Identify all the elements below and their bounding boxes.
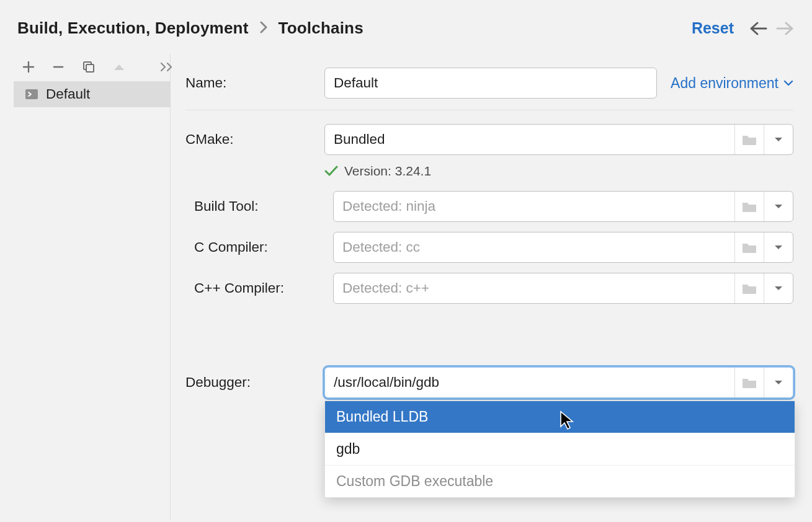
debugger-row: Debugger: /usr/local/bin/gdb Bundled LLD… — [185, 309, 793, 404]
name-row: Name: Default Add environment — [185, 64, 793, 110]
add-environment-label: Add environment — [671, 75, 779, 92]
breadcrumb: Build, Execution, Deployment Toolchains — [17, 19, 364, 38]
cmake-field[interactable]: Bundled — [324, 124, 793, 155]
build-tool-value: Detected: ninja — [334, 192, 734, 221]
breadcrumb-parent[interactable]: Build, Execution, Deployment — [17, 19, 249, 38]
cpp-compiler-label: C++ Compiler: — [185, 280, 324, 296]
toolchain-list: Default — [14, 81, 170, 107]
name-label: Name: — [185, 75, 316, 91]
c-compiler-label: C Compiler: — [185, 239, 324, 255]
debugger-option-gdb[interactable]: gdb — [325, 433, 795, 465]
browse-folder-icon[interactable] — [734, 232, 764, 262]
settings-header: Build, Execution, Deployment Toolchains … — [0, 0, 812, 54]
c-compiler-value: Detected: cc — [334, 232, 734, 262]
cpp-compiler-row: C++ Compiler: Detected: c++ — [185, 268, 793, 309]
dropdown-icon[interactable] — [764, 273, 793, 303]
dropdown-icon[interactable] — [764, 368, 793, 397]
c-compiler-row: C Compiler: Detected: cc — [185, 227, 793, 268]
toolchain-type-icon — [25, 87, 38, 101]
cmake-value: Bundled — [325, 125, 734, 154]
copy-toolchain-icon[interactable] — [82, 60, 96, 74]
dropdown-icon[interactable] — [764, 192, 793, 221]
debugger-option-bundled-lldb[interactable]: Bundled LLDB — [325, 401, 795, 433]
name-input[interactable]: Default — [324, 68, 657, 99]
cmake-row: CMake: Bundled — [185, 110, 793, 161]
breadcrumb-separator-icon — [260, 19, 267, 38]
move-up-icon — [113, 63, 125, 71]
chevron-down-icon — [783, 79, 793, 87]
remove-toolchain-icon[interactable] — [52, 61, 65, 73]
toolchain-detail-panel: Name: Default Add environment CMake: Bun… — [171, 54, 812, 520]
cmake-version-line: Version: 3.24.1 — [185, 161, 793, 186]
debugger-field[interactable]: /usr/local/bin/gdb — [324, 367, 793, 398]
add-toolchain-icon[interactable] — [22, 61, 35, 73]
browse-folder-icon[interactable] — [734, 368, 764, 397]
check-icon — [324, 166, 338, 177]
browse-folder-icon[interactable] — [734, 125, 764, 154]
c-compiler-field[interactable]: Detected: cc — [333, 232, 793, 263]
debugger-label: Debugger: — [185, 374, 316, 391]
name-input-value: Default — [334, 75, 378, 91]
cmake-label: CMake: — [185, 131, 316, 148]
cmake-version-text: Version: 3.24.1 — [344, 164, 431, 179]
debugger-option-custom-gdb[interactable]: Custom GDB executable — [325, 465, 795, 497]
toolchain-item-label: Default — [46, 86, 90, 102]
debugger-value: /usr/local/bin/gdb — [325, 368, 734, 397]
svg-rect-1 — [86, 64, 94, 72]
nav-back-icon[interactable] — [749, 21, 767, 36]
add-environment-link[interactable]: Add environment — [671, 75, 793, 92]
cpp-compiler-value: Detected: c++ — [334, 273, 734, 303]
toolchain-item-default[interactable]: Default — [14, 81, 170, 107]
build-tool-label: Build Tool: — [185, 198, 324, 215]
cpp-compiler-field[interactable]: Detected: c++ — [333, 273, 793, 304]
svg-rect-2 — [25, 89, 38, 99]
browse-folder-icon[interactable] — [734, 273, 764, 303]
toolchain-sidebar: Default — [14, 54, 171, 520]
nav-forward-icon — [776, 21, 795, 36]
dropdown-icon[interactable] — [764, 125, 793, 154]
dropdown-icon[interactable] — [764, 232, 793, 262]
reset-link[interactable]: Reset — [692, 19, 734, 37]
breadcrumb-current: Toolchains — [279, 19, 364, 38]
build-tool-row: Build Tool: Detected: ninja — [185, 186, 793, 227]
browse-folder-icon[interactable] — [734, 192, 764, 221]
build-tool-field[interactable]: Detected: ninja — [333, 191, 793, 222]
debugger-dropdown: Bundled LLDB gdb Custom GDB executable — [324, 400, 795, 498]
sidebar-toolbar — [14, 55, 170, 80]
